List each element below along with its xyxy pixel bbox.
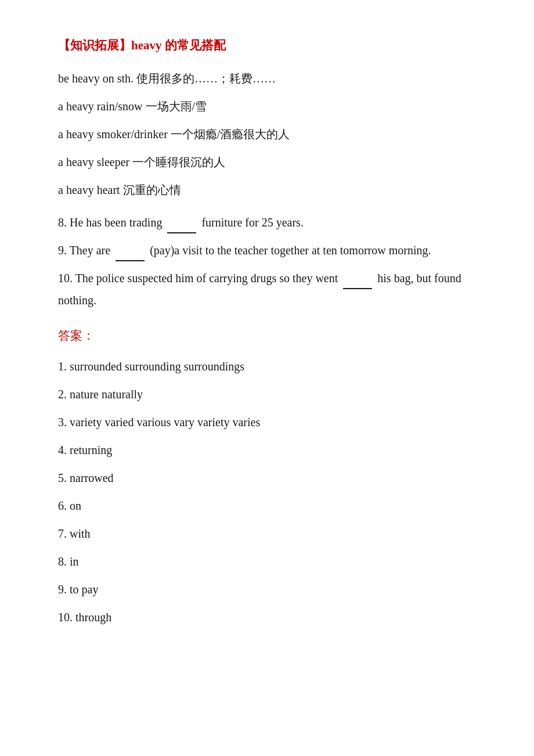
knowledge-item-1: be heavy on sth. 使用很多的……；耗费……	[58, 67, 488, 89]
q8-blank	[167, 232, 196, 233]
answer-10: 10. through	[58, 606, 488, 628]
knowledge-title-text: heavy 的常见搭配	[131, 38, 226, 52]
question-9: 9. They are (pay)a visit to the teacher …	[58, 239, 488, 261]
answer-9: 9. to pay	[58, 578, 488, 600]
knowledge-item-3: a heavy smoker/drinker 一个烟瘾/酒瘾很大的人	[58, 123, 488, 145]
answer-1: 1. surrounded surrounding surroundings	[58, 355, 488, 377]
q10-before: 10. The police suspected him of carrying…	[58, 272, 341, 285]
q9-blank	[116, 260, 145, 261]
knowledge-item-5: a heavy heart 沉重的心情	[58, 179, 488, 201]
question-8: 8. He has been trading furniture for 25 …	[58, 211, 488, 233]
answers-list: 1. surrounded surrounding surroundings 2…	[58, 355, 488, 628]
answer-3: 3. variety varied various vary variety v…	[58, 411, 488, 433]
answer-title: 答案：	[58, 325, 488, 347]
knowledge-item-2: a heavy rain/snow 一场大雨/雪	[58, 95, 488, 117]
knowledge-section: 【知识拓展】heavy 的常见搭配 be heavy on sth. 使用很多的…	[58, 35, 488, 201]
bracket-left: 【知识拓展】	[58, 38, 131, 52]
q8-after: furniture for 25 years.	[199, 216, 304, 229]
knowledge-title: 【知识拓展】heavy 的常见搭配	[58, 35, 488, 57]
question-10: 10. The police suspected him of carrying…	[58, 267, 488, 311]
answer-2: 2. nature naturally	[58, 383, 488, 405]
answer-8: 8. in	[58, 550, 488, 573]
knowledge-item-4: a heavy sleeper 一个睡得很沉的人	[58, 151, 488, 173]
q10-blank	[343, 288, 372, 289]
q8-number: 8. He has been trading	[58, 216, 165, 229]
answer-7: 7. with	[58, 523, 488, 545]
answer-4: 4. returning	[58, 439, 488, 461]
answer-6: 6. on	[58, 495, 488, 517]
q9-after: (pay)a visit to the teacher together at …	[147, 244, 431, 257]
q9-before: 9. They are	[58, 244, 113, 257]
answer-5: 5. narrowed	[58, 467, 488, 489]
